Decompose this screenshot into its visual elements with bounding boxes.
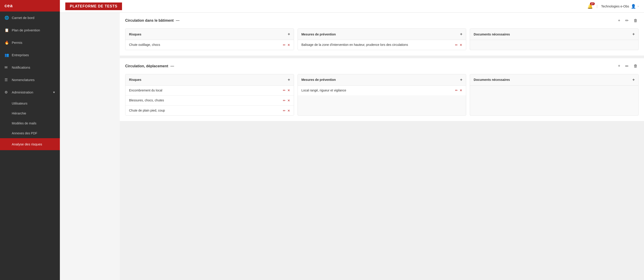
item-edit-button[interactable]: ✏ xyxy=(283,109,286,112)
column-header-mesures-1: Mesures de prévention + xyxy=(298,29,466,40)
sidebar-navigation: 🌐 Carnet de bord 📋 Plan de prévention 🔥 … xyxy=(0,11,60,280)
sidebar-subitem-hierarchie[interactable]: Hiérarchie xyxy=(0,108,60,118)
column-header-risques-1: Risques + xyxy=(126,29,294,40)
clipboard-icon: 📋 xyxy=(4,28,9,32)
sidebar-item-permis[interactable]: 🔥 Permis xyxy=(0,36,60,49)
subitem-label: Hiérarchie xyxy=(12,112,26,115)
chevron-down-icon: ▼ xyxy=(53,91,55,94)
item-delete-button[interactable]: ✕ xyxy=(460,88,462,92)
user-menu-chevron-icon: › xyxy=(638,5,638,8)
column-title-risques-2: Risques xyxy=(129,78,141,81)
columns-1: Risques + Chute outillage, chocs ✏ ✕ Mes… xyxy=(125,28,638,50)
sidebar-item-analyse[interactable]: Analyse des risques xyxy=(0,138,60,150)
user-name: Technologies e-Obs xyxy=(601,4,629,8)
sidebar-item-nomenclatures[interactable]: ☰ Nomenclatures xyxy=(0,74,60,86)
sidebar-item-label: Plan de prévention xyxy=(12,28,40,32)
section-actions-2: + ✏ 🗑 xyxy=(617,63,638,69)
column-add-risques-2[interactable]: + xyxy=(288,77,290,82)
list-item: Balisage de la zone d'intervention en ha… xyxy=(298,40,466,50)
sidebar-item-carnet[interactable]: 🌐 Carnet de bord xyxy=(0,11,60,24)
sidebar-item-label: Analyse des risques xyxy=(12,142,42,146)
column-risques-1: Risques + Chute outillage, chocs ✏ ✕ xyxy=(125,28,294,50)
section-circulation-batiment: Circulation dans le bâtiment — + ✏ 🗑 Ris… xyxy=(120,13,644,55)
sidebar-item-label: Permis xyxy=(12,41,22,44)
column-header-mesures-2: Mesures de prévention + xyxy=(298,74,466,86)
section-edit-button-2[interactable]: ✏ xyxy=(624,63,630,69)
sidebar-item-entreprises[interactable]: 👥 Entreprises xyxy=(0,49,60,61)
item-delete-button[interactable]: ✕ xyxy=(288,88,290,92)
item-edit-button[interactable]: ✏ xyxy=(283,99,286,102)
column-add-mesures-2[interactable]: + xyxy=(460,77,462,82)
sidebar-subitem-modeles[interactable]: Modèles de mails xyxy=(0,118,60,128)
column-mesures-2: Mesures de prévention + Local rangé, rig… xyxy=(298,74,466,116)
section-delete-button-1[interactable]: 🗑 xyxy=(633,17,638,24)
sidebar-item-label: Notifications xyxy=(12,65,30,69)
section-add-button-1[interactable]: + xyxy=(617,17,621,24)
item-text: Encombrement du local xyxy=(129,88,281,93)
item-actions: ✏ ✕ xyxy=(283,43,290,47)
column-add-mesures-1[interactable]: + xyxy=(460,32,462,36)
item-edit-button[interactable]: ✏ xyxy=(455,43,458,47)
item-edit-button[interactable]: ✏ xyxy=(283,88,286,92)
section-delete-button-2[interactable]: 🗑 xyxy=(633,63,638,69)
sidebar-item-plan[interactable]: 📋 Plan de prévention xyxy=(0,24,60,36)
sidebar-item-label: Carnet de bord xyxy=(12,16,34,20)
item-delete-button[interactable]: ✕ xyxy=(460,43,462,47)
subitem-label: Annexes des PDF xyxy=(12,131,37,135)
column-add-documents-2[interactable]: + xyxy=(632,77,635,82)
item-actions: ✏ ✕ xyxy=(283,109,290,112)
sidebar-item-notifications[interactable]: ✉ Notifications xyxy=(0,61,60,74)
item-delete-button[interactable]: ✕ xyxy=(288,43,290,47)
section-header-1: Circulation dans le bâtiment — + ✏ 🗑 xyxy=(125,17,638,24)
section-title-text-2: Circulation, déplacement xyxy=(125,64,168,68)
globe-icon: 🌐 xyxy=(4,15,9,20)
sidebar-subitem-utilisateurs[interactable]: Utilisateurs xyxy=(0,98,60,108)
item-actions: ✏ ✕ xyxy=(455,88,462,92)
item-edit-button[interactable]: ✏ xyxy=(283,43,286,47)
item-delete-button[interactable]: ✕ xyxy=(288,109,290,112)
section-dash-1: — xyxy=(176,18,180,22)
section-actions-1: + ✏ 🗑 xyxy=(617,17,638,24)
app-header: PLATEFORME DE TESTS 🔔 27 | Technologies … xyxy=(60,0,644,13)
subitem-label: Modèles de mails xyxy=(12,121,36,125)
notification-count: 27 xyxy=(590,2,595,5)
section-add-button-2[interactable]: + xyxy=(617,63,621,69)
list-item: Chute de plain pied, coup ✏ ✕ xyxy=(126,106,294,116)
item-edit-button[interactable]: ✏ xyxy=(455,88,458,92)
column-mesures-1: Mesures de prévention + Balisage de la z… xyxy=(298,28,466,50)
main-content: Circulation dans le bâtiment — + ✏ 🗑 Ris… xyxy=(120,13,644,280)
list-item: Encombrement du local ✏ ✕ xyxy=(126,86,294,96)
section-title-text-1: Circulation dans le bâtiment xyxy=(125,18,174,22)
section-edit-button-1[interactable]: ✏ xyxy=(624,17,630,24)
fire-icon: 🔥 xyxy=(4,40,9,45)
header-right: 🔔 27 | Technologies e-Obs 👤 › xyxy=(587,3,638,9)
item-text: Local rangé, rigueur et vigilance xyxy=(302,88,453,93)
user-menu[interactable]: Technologies e-Obs 👤 › xyxy=(601,4,638,9)
column-add-risques-1[interactable]: + xyxy=(288,32,290,36)
section-circulation-deplacement: Circulation, déplacement — + ✏ 🗑 Risques… xyxy=(120,58,644,121)
item-text: Chute outillage, chocs xyxy=(129,43,281,47)
item-text: Balisage de la zone d'intervention en ha… xyxy=(302,43,453,47)
column-risques-2: Risques + Encombrement du local ✏ ✕ Bles… xyxy=(125,74,294,116)
notification-bell[interactable]: 🔔 27 xyxy=(587,3,593,9)
item-actions: ✏ ✕ xyxy=(283,88,290,92)
item-text: Chute de plain pied, coup xyxy=(129,108,281,113)
header-separator: | xyxy=(596,4,598,8)
section-header-2: Circulation, déplacement — + ✏ 🗑 xyxy=(125,63,638,69)
column-title-risques-1: Risques xyxy=(129,32,141,36)
subitem-label: Utilisateurs xyxy=(12,102,27,105)
section-dash-2: — xyxy=(170,64,174,68)
sidebar-logo: cea xyxy=(0,0,60,11)
column-documents-1: Documents nécessaires + xyxy=(470,28,638,50)
columns-2: Risques + Encombrement du local ✏ ✕ Bles… xyxy=(125,74,638,116)
section-title-1: Circulation dans le bâtiment — xyxy=(125,18,180,22)
item-delete-button[interactable]: ✕ xyxy=(288,99,290,102)
column-title-mesures-2: Mesures de prévention xyxy=(302,78,336,81)
column-add-documents-1[interactable]: + xyxy=(632,32,635,36)
column-title-documents-2: Documents nécessaires xyxy=(474,78,510,81)
list-item: Local rangé, rigueur et vigilance ✏ ✕ xyxy=(298,86,466,95)
sidebar-item-administration[interactable]: ⚙ Administration ▼ xyxy=(0,86,60,98)
people-icon: 👥 xyxy=(4,53,9,57)
sidebar-subitem-annexes[interactable]: Annexes des PDF xyxy=(0,128,60,138)
item-text: Blessures, chocs, chutes xyxy=(129,98,281,103)
